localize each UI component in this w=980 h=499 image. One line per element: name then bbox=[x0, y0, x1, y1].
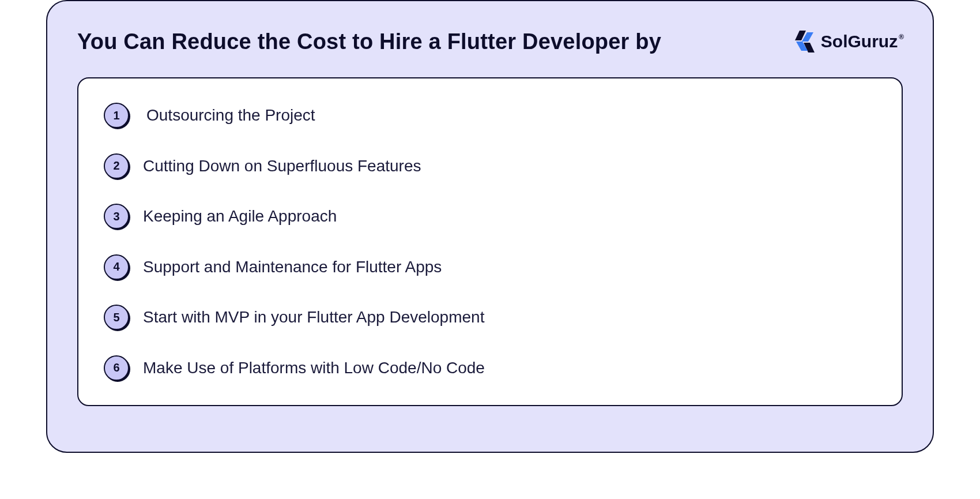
brand-logo-text: SolGuruz® bbox=[821, 32, 903, 51]
step-number-badge: 2 bbox=[104, 153, 129, 179]
brand-logo: SolGuruz® bbox=[793, 29, 903, 54]
step-number-badge: 3 bbox=[104, 204, 129, 229]
header-row: You Can Reduce the Cost to Hire a Flutte… bbox=[77, 29, 903, 54]
step-text: Support and Maintenance for Flutter Apps bbox=[143, 258, 442, 276]
info-card: You Can Reduce the Cost to Hire a Flutte… bbox=[46, 0, 934, 453]
card-title: You Can Reduce the Cost to Hire a Flutte… bbox=[77, 29, 661, 54]
brand-logo-icon bbox=[793, 29, 816, 54]
step-number-badge: 5 bbox=[104, 305, 129, 330]
step-text: Start with MVP in your Flutter App Devel… bbox=[143, 308, 484, 327]
step-text: Make Use of Platforms with Low Code/No C… bbox=[143, 359, 485, 377]
list-panel: 1 Outsourcing the Project 2 Cutting Down… bbox=[77, 77, 903, 406]
step-text: Keeping an Agile Approach bbox=[143, 207, 337, 226]
list-item: 1 Outsourcing the Project bbox=[104, 103, 876, 128]
list-item: 3 Keeping an Agile Approach bbox=[104, 204, 876, 229]
brand-name: SolGuruz bbox=[821, 32, 898, 51]
step-text: Outsourcing the Project bbox=[146, 106, 315, 125]
list-item: 5 Start with MVP in your Flutter App Dev… bbox=[104, 305, 876, 330]
step-text: Cutting Down on Superfluous Features bbox=[143, 157, 421, 175]
list-item: 4 Support and Maintenance for Flutter Ap… bbox=[104, 254, 876, 280]
step-number-badge: 1 bbox=[104, 103, 129, 128]
list-item: 2 Cutting Down on Superfluous Features bbox=[104, 153, 876, 179]
step-number-badge: 4 bbox=[104, 254, 129, 280]
step-number-badge: 6 bbox=[104, 355, 129, 381]
registered-mark: ® bbox=[899, 33, 904, 41]
list-item: 6 Make Use of Platforms with Low Code/No… bbox=[104, 355, 876, 381]
